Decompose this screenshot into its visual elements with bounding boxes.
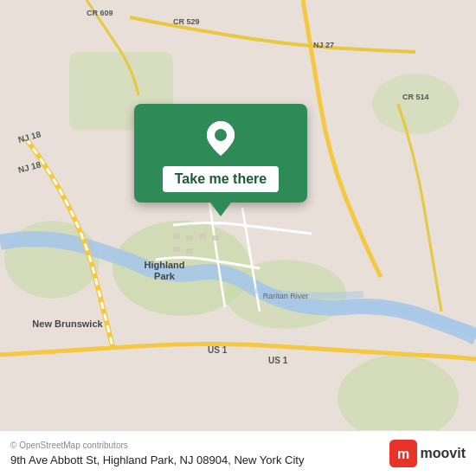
svg-rect-23 xyxy=(173,247,180,252)
svg-text:CR 529: CR 529 xyxy=(173,17,200,26)
svg-rect-22 xyxy=(212,235,219,241)
moovit-brand-icon: m xyxy=(389,440,417,467)
map-container: NJ 18 NJ 18 NJ 27 CR 529 CR 609 CR 514 U… xyxy=(0,0,476,476)
location-pin-icon xyxy=(200,118,241,159)
svg-text:Raritan River: Raritan River xyxy=(263,292,309,300)
info-bar-left: © OpenStreetMap contributors 9th Ave Abb… xyxy=(10,441,304,466)
svg-point-26 xyxy=(215,129,227,141)
svg-text:Park: Park xyxy=(154,271,176,281)
svg-rect-19 xyxy=(173,234,180,239)
svg-point-4 xyxy=(372,74,459,134)
address-text: 9th Ave Abbott St, Highland Park, NJ 089… xyxy=(10,453,304,466)
svg-text:m: m xyxy=(396,447,408,461)
moovit-logo: m moovit xyxy=(389,440,466,467)
svg-text:NJ 27: NJ 27 xyxy=(313,41,334,49)
info-bar: © OpenStreetMap contributors 9th Ave Abb… xyxy=(0,430,476,476)
map-background: NJ 18 NJ 18 NJ 27 CR 529 CR 609 CR 514 U… xyxy=(0,0,476,476)
svg-rect-24 xyxy=(186,248,193,254)
svg-text:US 1: US 1 xyxy=(268,356,288,365)
take-me-there-button[interactable]: Take me there xyxy=(163,166,279,192)
svg-text:CR 514: CR 514 xyxy=(402,93,429,101)
attribution-text: © OpenStreetMap contributors xyxy=(10,441,304,450)
moovit-brand-text: moovit xyxy=(421,446,466,461)
svg-point-6 xyxy=(338,355,459,441)
svg-rect-21 xyxy=(199,234,206,239)
svg-text:New Brunswick: New Brunswick xyxy=(32,318,103,329)
svg-text:US 1: US 1 xyxy=(208,345,228,355)
svg-text:Highland: Highland xyxy=(144,260,184,270)
svg-rect-20 xyxy=(186,235,193,241)
svg-text:CR 609: CR 609 xyxy=(87,9,113,17)
location-popup: Take me there xyxy=(134,104,307,203)
